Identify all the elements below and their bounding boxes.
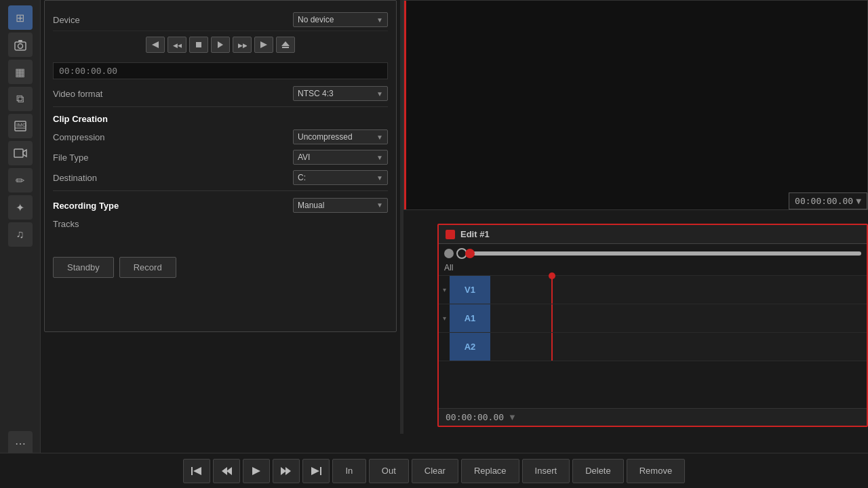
device-label: Device [53,15,80,25]
photo-icon[interactable]: IMG [8,114,33,138]
v1-playhead-marker [549,272,555,279]
replace-button[interactable]: Replace [461,459,519,483]
play-button[interactable] [243,459,270,483]
v1-expand-arrow[interactable]: ▾ [439,286,450,293]
record-button[interactable]: Record [119,257,176,278]
timeline-start-node [444,249,454,258]
edit-title: Edit #1 [460,229,490,239]
device-row: Device No device ▼ [53,9,388,31]
preview-red-bar [404,1,406,209]
remove-button[interactable]: Remove [627,459,685,483]
device-dropdown-arrow: ▼ [376,16,383,24]
svg-marker-27 [285,467,291,475]
recording-type-dropdown[interactable]: Manual ▼ [293,198,388,213]
edit-timecode-arrow[interactable]: ▼ [508,412,517,422]
insert-button[interactable]: Insert [522,459,570,483]
clip-creation-header: Clip Creation [53,110,388,127]
video-format-label: Video format [53,89,102,99]
compression-label: Compression [53,132,105,142]
layers-icon[interactable]: ⧉ [8,87,33,111]
a1-track-row: ▾ A1 [439,304,867,333]
transport-rew-button[interactable]: ◀◀ [167,37,186,53]
video-capture-icon[interactable] [8,141,33,165]
pencil-icon[interactable]: ✏ [8,168,33,192]
edit-red-indicator [446,230,455,239]
camera-icon[interactable] [8,33,33,57]
transport-next-button[interactable] [254,37,273,53]
transport-prev-button[interactable] [146,37,165,53]
all-label: All [444,263,453,272]
file-type-label: File Type [53,152,89,163]
effects-icon[interactable]: ✦ [8,195,33,220]
out-button[interactable]: Out [369,459,409,483]
file-type-dropdown[interactable]: AVI ▼ [293,150,388,165]
transport-eject-button[interactable] [276,37,295,53]
svg-rect-6 [14,149,23,157]
recording-type-value: Manual [298,201,324,210]
destination-value: C: [298,173,306,182]
file-type-row: File Type AVI ▼ [53,147,388,167]
transport-ff-button[interactable]: ▶▶ [233,37,252,53]
destination-arrow: ▼ [376,174,383,182]
svg-rect-29 [320,467,321,475]
edit-panel: Edit #1 All ▾ V1 ▾ A1 [437,224,868,427]
svg-rect-21 [191,467,193,475]
tracks-area: Tracks [53,216,388,243]
clear-button[interactable]: Clear [412,459,458,483]
transport-play-button[interactable] [211,37,230,53]
svg-marker-28 [311,467,319,475]
go-to-end-button[interactable] [302,459,330,483]
delete-button[interactable]: Delete [572,459,624,483]
svg-text:▶▶: ▶▶ [238,42,247,49]
a1-track-label: A1 [450,304,490,332]
compression-value: Uncompressed [298,132,353,142]
a2-playhead [551,333,553,361]
table-icon[interactable]: ▦ [8,60,33,84]
preview-timecode: 00:00:00.00 ▼ [789,192,867,209]
action-buttons: Standby Record [53,251,388,283]
recording-type-row: Recording Type Manual ▼ [53,194,388,216]
transport-stop-button[interactable] [189,37,208,53]
dots-icon[interactable]: ⋯ [8,431,33,455]
recording-type-arrow: ▼ [376,201,383,209]
step-forward-button[interactable] [273,459,300,483]
recording-type-header: Recording Type [53,197,119,214]
v1-track-content [490,276,867,304]
a1-playhead [551,304,553,332]
all-track-row: All [439,260,867,276]
svg-text:◀◀: ◀◀ [173,42,182,49]
sidebar: ⊞ ▦ ⧉ IMG ✏ ✦ ♫ ⋯ ⌂ [0,0,41,488]
a1-track-content [490,304,867,332]
edit-panel-header: Edit #1 [439,225,867,244]
capture-panel: Device No device ▼ ◀◀ ▶▶ 00:00:00.00 [44,0,397,332]
in-button[interactable]: In [332,459,366,483]
svg-marker-25 [252,467,260,475]
a2-track-label: A2 [450,333,490,361]
capture-timecode: 00:00:00.00 [53,62,388,79]
a2-track-row: A2 [439,333,867,361]
grid-icon[interactable]: ⊞ [8,5,33,30]
v1-playhead [551,276,553,304]
svg-marker-23 [222,467,227,475]
device-dropdown[interactable]: No device ▼ [293,12,388,27]
timeline-bar[interactable] [470,251,861,256]
timeline-controls [444,248,861,259]
compression-dropdown[interactable]: Uncompressed ▼ [293,129,388,144]
v1-track-row: ▾ V1 [439,276,867,304]
preview-timecode-value: 00:00:00.00 [795,196,853,206]
svg-marker-16 [218,41,223,48]
svg-rect-20 [282,47,289,48]
audio-icon[interactable]: ♫ [8,222,33,247]
standby-button[interactable]: Standby [53,257,114,278]
svg-marker-22 [193,467,201,475]
a1-expand-arrow[interactable]: ▾ [439,314,450,322]
svg-rect-15 [196,42,201,47]
destination-dropdown[interactable]: C: ▼ [293,170,388,185]
svg-rect-2 [18,40,22,42]
preview-timecode-dropdown[interactable]: ▼ [856,196,861,206]
step-back-button[interactable] [213,459,240,483]
file-type-value: AVI [298,152,310,162]
video-format-dropdown[interactable]: NTSC 4:3 ▼ [293,86,388,101]
go-to-start-button[interactable] [183,459,210,483]
video-format-arrow: ▼ [376,90,383,98]
